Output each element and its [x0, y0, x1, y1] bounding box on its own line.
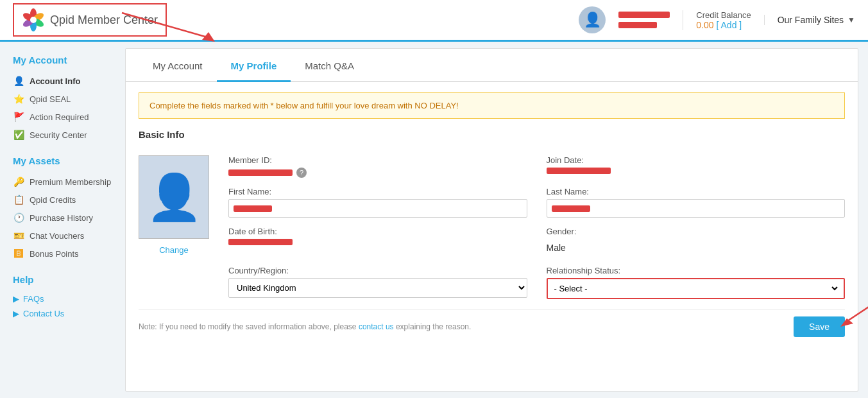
member-id-redacted — [228, 169, 293, 176]
member-id-label: Member ID: — [228, 155, 527, 165]
last-name-group: Last Name: — [547, 187, 846, 218]
sidebar-item-action-required[interactable]: 🚩 Action Required — [13, 108, 119, 126]
logo-box[interactable]: Qpid Member Center — [13, 3, 167, 37]
change-avatar-link[interactable]: Change — [159, 245, 189, 255]
svg-line-9 — [844, 298, 868, 324]
dob-label: Date of Birth: — [228, 227, 527, 236]
history-icon: 🕐 — [13, 212, 24, 223]
tab-my-profile[interactable]: My Profile — [217, 49, 291, 82]
notice-banner: Complete the fields marked with * below … — [139, 92, 845, 119]
user-info — [618, 12, 670, 28]
user-sub-redacted — [618, 22, 657, 28]
info-icon[interactable]: ? — [296, 168, 307, 178]
member-id-row: ? — [228, 168, 527, 178]
tab-match-qa[interactable]: Match Q&A — [291, 49, 368, 82]
credits-icon: 📋 — [13, 194, 24, 205]
main-content: My Account My Profile Match Q&A Complete… — [125, 48, 858, 392]
contact-us-link[interactable]: contact us — [359, 322, 394, 331]
logo-icon — [22, 8, 45, 31]
sidebar-item-label: Premium Membership — [30, 177, 111, 187]
notice-text: Complete the fields marked with * below … — [149, 101, 459, 110]
avatar-silhouette-icon: 👤 — [146, 171, 202, 223]
avatar-section: 👤 Change — [139, 155, 209, 299]
last-name-input[interactable] — [547, 199, 846, 218]
contact-label: Contact Us — [23, 309, 64, 318]
sidebar-item-label: Purchase History — [30, 213, 93, 223]
first-name-group: First Name: — [228, 187, 527, 218]
tabs-bar: My Account My Profile Match Q&A — [126, 49, 858, 82]
sidebar-item-qpid-seal[interactable]: ⭐ Qpid SEAL — [13, 90, 119, 108]
relationship-select[interactable]: - Select - Single Divorced Widowed Separ… — [552, 283, 840, 294]
security-icon: ✅ — [13, 129, 24, 141]
sidebar-item-security-center[interactable]: ✅ Security Center — [13, 126, 119, 144]
sidebar-item-account-info[interactable]: 👤 Account Info — [13, 72, 119, 90]
form-fields: Member ID: ? Join Date: First Name: — [228, 155, 845, 299]
chevron-right-icon: ▶ — [13, 309, 19, 318]
sidebar-item-purchase-history[interactable]: 🕐 Purchase History — [13, 209, 119, 227]
faqs-label: FAQs — [23, 294, 44, 304]
relationship-label: Relationship Status: — [547, 266, 846, 275]
account-icon: 👤 — [13, 75, 24, 87]
sidebar-item-label: Security Center — [30, 130, 87, 140]
voucher-icon: 🎫 — [13, 230, 24, 241]
sidebar-item-bonus-points[interactable]: 🅱 Bonus Points — [13, 245, 119, 263]
last-name-redacted — [552, 205, 590, 212]
bottom-note: Note: If you need to modify the saved in… — [139, 309, 845, 337]
sidebar-item-premium[interactable]: 🔑 Premium Membership — [13, 173, 119, 191]
bonus-icon: 🅱 — [13, 248, 24, 259]
sidebar-item-chat-vouchers[interactable]: 🎫 Chat Vouchers — [13, 227, 119, 245]
last-name-input-wrapper — [547, 199, 846, 218]
sidebar-item-label: Bonus Points — [30, 249, 79, 259]
gender-group: Gender: Male — [547, 227, 846, 257]
sidebar-item-credits[interactable]: 📋 Qpid Credits — [13, 191, 119, 209]
sidebar-my-account-title: My Account — [13, 55, 119, 65]
join-date-redacted — [547, 168, 611, 174]
main-layout: My Account 👤 Account Info ⭐ Qpid SEAL 🚩 … — [0, 42, 868, 398]
credit-add-link[interactable]: [ Add ] — [717, 20, 742, 30]
credit-value-row: 0.00 [ Add ] — [696, 20, 751, 30]
content-area: Complete the fields marked with * below … — [126, 82, 858, 347]
sidebar-item-faqs[interactable]: ▶ FAQs — [13, 291, 119, 306]
svg-marker-8 — [202, 32, 215, 42]
country-label: Country/Region: — [228, 266, 527, 275]
relationship-group: Relationship Status: - Select - Single D… — [547, 266, 846, 299]
member-id-group: Member ID: ? — [228, 155, 527, 178]
sidebar-item-label: Qpid SEAL — [30, 94, 71, 104]
save-button[interactable]: Save — [794, 316, 845, 337]
dob-group: Date of Birth: — [228, 227, 527, 257]
sidebar-item-label: Account Info — [30, 76, 80, 86]
join-date-label: Join Date: — [547, 155, 846, 165]
first-name-input[interactable] — [228, 199, 527, 218]
relationship-select-wrapper: - Select - Single Divorced Widowed Separ… — [547, 278, 846, 299]
last-name-label: Last Name: — [547, 187, 846, 196]
sidebar-item-label: Qpid Credits — [30, 195, 76, 205]
gender-label: Gender: — [547, 227, 846, 236]
profile-avatar: 👤 — [139, 155, 209, 239]
user-avatar-icon: 👤 — [584, 12, 601, 28]
seal-icon: ⭐ — [13, 93, 24, 105]
first-name-input-wrapper — [228, 199, 527, 218]
dob-redacted — [228, 239, 293, 245]
sidebar: My Account 👤 Account Info ⭐ Qpid SEAL 🚩 … — [0, 42, 119, 398]
credit-balance: Credit Balance 0.00 [ Add ] — [683, 10, 751, 30]
chevron-down-icon: ▼ — [847, 15, 855, 24]
sidebar-help-title: Help — [13, 274, 119, 285]
sidebar-item-contact-us[interactable]: ▶ Contact Us — [13, 306, 119, 321]
action-icon: 🚩 — [13, 111, 24, 123]
family-sites-label: Our Family Sites — [778, 15, 844, 25]
join-date-group: Join Date: — [547, 155, 846, 178]
note-text: Note: If you need to modify the saved in… — [139, 322, 471, 331]
note-suffix: explaining the reason. — [396, 322, 471, 331]
credit-label: Credit Balance — [696, 10, 751, 20]
sidebar-my-assets-title: My Assets — [13, 155, 119, 166]
chevron-right-icon: ▶ — [13, 294, 19, 304]
svg-point-6 — [30, 17, 37, 23]
sidebar-item-label: Chat Vouchers — [30, 231, 84, 241]
country-group: Country/Region: United Kingdom United St… — [228, 266, 527, 299]
user-name-redacted — [618, 12, 670, 18]
country-select[interactable]: United Kingdom United States Canada Aust… — [228, 278, 527, 298]
sidebar-item-label: Action Required — [30, 112, 89, 122]
family-sites-menu[interactable]: Our Family Sites ▼ — [764, 15, 855, 25]
tab-my-account[interactable]: My Account — [139, 49, 217, 82]
first-name-redacted — [234, 205, 272, 212]
